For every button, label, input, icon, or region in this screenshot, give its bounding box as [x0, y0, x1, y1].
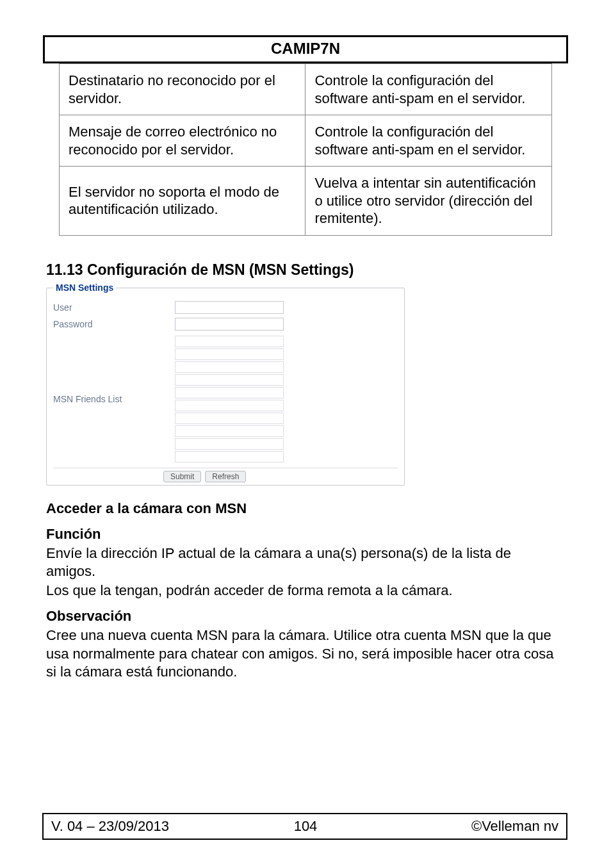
submit-button[interactable]: Submit — [163, 471, 201, 482]
paragraph-function-1: Envíe la dirección IP actual de la cámar… — [46, 545, 562, 580]
section-title: 11.13 Configuración de MSN (MSN Settings… — [46, 261, 569, 279]
heading-observation: Observación — [46, 607, 562, 625]
refresh-button[interactable]: Refresh — [205, 471, 246, 482]
friend-input[interactable] — [175, 413, 284, 424]
friend-input[interactable] — [175, 438, 284, 450]
friend-input[interactable] — [175, 400, 284, 411]
table-cell-problem: Mensaje de correo electrónico no reconoc… — [60, 115, 306, 167]
troubleshooting-table: Destinatario no reconocido por el servid… — [59, 63, 552, 236]
password-label: Password — [53, 319, 175, 329]
msn-friends-row: MSN Friends List — [53, 336, 398, 463]
page-footer: 104 V. 04 – 23/09/2013 ©Velleman nv — [42, 813, 569, 840]
table-row: Destinatario no reconocido por el servid… — [60, 64, 552, 115]
footer-version: V. 04 – 23/09/2013 — [51, 818, 169, 835]
user-label: User — [53, 302, 175, 313]
friend-input[interactable] — [175, 361, 284, 373]
msn-settings-panel: MSN Settings User Password MSN Friends L… — [46, 288, 405, 486]
header-title: CAMIP7N — [271, 40, 340, 57]
paragraph-function-2: Los que la tengan, podrán acceder de for… — [46, 582, 562, 600]
friends-input-list — [175, 336, 284, 463]
table-cell-problem: Destinatario no reconocido por el servid… — [60, 64, 306, 115]
table-row: El servidor no soporta el modo de autent… — [60, 167, 552, 236]
msn-button-row: Submit Refresh — [53, 468, 398, 482]
friends-label: MSN Friends List — [53, 394, 175, 404]
msn-password-row: Password — [53, 318, 398, 331]
msn-panel-legend: MSN Settings — [53, 283, 116, 293]
page-header: CAMIP7N — [43, 35, 568, 63]
friend-input[interactable] — [175, 451, 284, 463]
friend-input[interactable] — [175, 348, 284, 360]
table-cell-problem: El servidor no soporta el modo de autent… — [60, 167, 306, 236]
user-input[interactable] — [175, 301, 284, 314]
table-cell-solution: Controle la configuración del software a… — [306, 64, 552, 115]
msn-user-row: User — [53, 301, 398, 314]
friend-input[interactable] — [175, 336, 284, 347]
table-cell-solution: Controle la configuración del software a… — [306, 115, 552, 167]
password-input[interactable] — [175, 318, 284, 331]
friend-input[interactable] — [175, 387, 284, 398]
table-row: Mensaje de correo electrónico no reconoc… — [60, 115, 552, 167]
heading-access: Acceder a la cámara con MSN — [46, 500, 562, 518]
footer-copyright: ©Velleman nv — [471, 818, 558, 835]
friend-input[interactable] — [175, 374, 284, 386]
heading-function: Función — [46, 525, 562, 543]
friend-input[interactable] — [175, 425, 284, 437]
table-cell-solution: Vuelva a intentar sin autentificación o … — [306, 167, 552, 236]
paragraph-observation: Cree una nueva cuenta MSN para la cámara… — [46, 626, 562, 680]
